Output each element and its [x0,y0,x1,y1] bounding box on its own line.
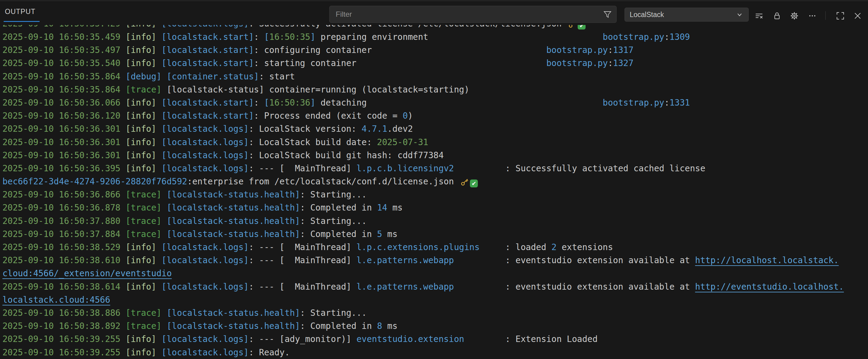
log-segment: 5 [377,229,382,239]
output-panel: OUTPUT LocalStack [0,0,868,359]
log-segment [156,45,162,55]
log-segment: ms [382,321,398,331]
channel-dropdown-label: LocalStack [630,11,664,19]
log-segment: : [664,32,670,42]
tab-active-underline [4,21,39,22]
tab-output[interactable]: OUTPUT [5,8,36,16]
maximize-panel-icon[interactable] [835,11,845,21]
more-actions-icon[interactable] [807,11,817,21]
filter-icon[interactable] [603,10,612,19]
log-segment [162,190,167,200]
log-segment: [ [264,32,269,42]
log-segment: detaching [315,98,367,108]
log-segment: : Completed in [300,203,377,213]
log-segment: eventstudio.extension [356,334,464,344]
log-segment [162,308,167,318]
log-segment: 2025-09-10 16:50:35.497 [2,45,126,55]
log-segment: : Starting... [300,190,367,200]
log-segment: 2025-09-10 16:50:36.301 [2,137,126,147]
log-line: 2025-09-10 16:50:35.497 [info] [localsta… [0,43,868,57]
log-segment: [info] [126,348,156,357]
log-segment: [localstack.logs] [162,255,249,265]
log-segment [156,98,162,108]
log-segment: [localstack.start] [162,58,254,68]
log-segment: l.p.c.extensions.plugins [356,242,479,252]
log-segment: preparing environment [315,32,428,42]
log-segment: : [608,45,613,55]
log-line: 2025-09-10 16:50:36.301 [info] [localsta… [0,122,868,135]
channel-dropdown[interactable]: LocalStack [624,8,749,22]
log-segment: [localstack.logs] [162,163,249,173]
log-segment: : --- [ady_monitor)] [249,334,356,344]
log-segment: ] [310,32,315,42]
log-segment: [info] [126,242,156,252]
log-segment: ) [408,111,413,121]
log-segment: l.e.patterns.webapp [356,255,454,265]
log-segment: : starting container [254,58,356,68]
log-line: 2025-09-10 16:50:35.540 [info] [localsta… [0,57,868,70]
lock-auto-scroll-icon[interactable] [772,11,782,21]
log-link[interactable]: localstack.cloud:4566 [2,295,110,305]
log-segment [156,25,162,29]
log-segment: [localstack-status.health] [166,203,300,213]
log-segment: [container.status] [166,71,259,81]
log-link[interactable]: http://eventstudio.localhost. [695,282,844,292]
log-segment: : LocalStack version: [249,124,362,134]
filter-input[interactable] [330,10,603,19]
log-segment: [localstack-status.health] [166,216,300,226]
gear-icon[interactable] [789,11,800,21]
log-segment: 2025-09-10 16:50:36.120 [2,111,126,121]
log-segment: : Ready. [249,348,290,357]
log-segment: bootstrap.py [602,98,664,108]
log-segment: [info] [126,111,156,121]
log-line: 2025-09-10 16:50:38.610 [info] [localsta… [0,254,868,267]
log-segment [162,203,167,213]
log-line: 2025-09-10 16:50:37.880 [trace] [localst… [0,215,868,228]
filter-box [329,6,617,23]
log-segment: [info] [126,98,156,108]
clear-output-icon[interactable] [754,11,764,21]
log-line: 2025-09-10 16:50:38.529 [info] [localsta… [0,241,868,254]
log-segment: : LocalStack build date: [249,137,377,147]
log-segment: [localstack.start] [162,98,254,108]
log-output[interactable]: 2025-09-10 16:50:35.429 [info] [localsta… [0,25,868,359]
log-segment: [trace] [126,203,162,213]
log-segment: 1327 [613,58,633,68]
log-segment: :enterprise from /etc/localstack/conf.d/… [187,176,459,187]
log-segment: [ [264,98,269,108]
log-link[interactable]: cloud:4566/_extension/eventstudio [2,268,172,279]
log-segment: 14 [377,203,388,213]
log-segment: [trace] [126,321,162,331]
log-segment: [info] [126,124,156,134]
log-segment: 2025-07-31 [377,137,429,147]
log-segment: 1331 [670,98,690,108]
log-segment: [info] [126,163,156,173]
log-segment [156,32,162,42]
log-segment: bootstrap.py [546,45,608,55]
log-segment [162,321,167,331]
log-segment [156,137,162,147]
log-segment [156,111,162,121]
log-link[interactable]: http://localhost.localstack. [695,255,839,265]
log-segment: [localstack.logs] [162,282,249,292]
log-segment: [info] [126,25,156,29]
log-segment: : LocalStack build git hash: cddf77384 [249,150,444,160]
log-segment: [localstack.logs] [162,242,249,252]
log-segment: : loaded [505,242,552,252]
close-panel-icon[interactable] [852,11,863,21]
log-line: 2025-09-10 16:50:36.066 [info] [localsta… [0,96,868,109]
log-segment: [localstack.logs] [162,137,249,147]
log-segment: 0 [403,111,408,121]
log-line: 2025-09-10 16:50:38.614 [info] [localsta… [0,280,868,293]
log-segment: [trace] [126,229,162,239]
log-line: 2025-09-10 16:50:38.886 [trace] [localst… [0,306,868,320]
log-segment: 1317 [613,45,633,55]
log-segment: : --- [ MainThread] [249,242,356,252]
log-segment: [info] [126,150,156,160]
log-segment: [localstack.logs] [162,334,249,344]
log-segment: [info] [126,32,156,42]
log-segment: : [608,58,613,68]
log-segment: 2025-09-10 16:50:35.864 [2,71,126,81]
log-segment: [trace] [126,190,162,200]
log-segment: 2025-09-10 16:50:35.429 [2,25,126,29]
